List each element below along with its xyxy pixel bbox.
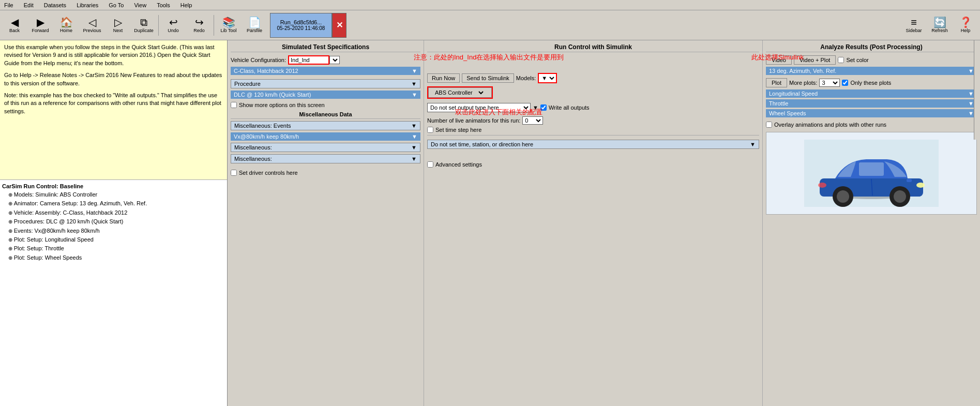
tree-item-5[interactable]: Plot: Setup: Longitudinal Speed xyxy=(2,235,225,244)
vehicle-config-label: Vehicle Configuration: xyxy=(231,57,288,63)
live-anim-select[interactable]: 0 xyxy=(522,116,543,125)
home-button[interactable]: 🏠 Home xyxy=(54,12,79,38)
procedure-arrow: ▼ xyxy=(411,81,417,87)
forward-icon: ▶ xyxy=(37,17,44,27)
next-button[interactable]: ▷ Next xyxy=(105,12,130,38)
note-text-1: Use this example when you follow the ste… xyxy=(4,43,223,67)
back-button[interactable]: ◀ Back xyxy=(2,12,27,38)
vehicle-config-select[interactable]: ▼ xyxy=(329,56,340,64)
vehicle-config-input[interactable] xyxy=(288,55,329,65)
only-these-checkbox[interactable] xyxy=(842,80,848,86)
previous-button[interactable]: ◁ Previous xyxy=(80,12,104,38)
tree-item-6[interactable]: Plot: Setup: Throttle xyxy=(2,244,225,253)
set-time-checkbox[interactable] xyxy=(427,127,433,133)
misc-bar-2[interactable]: Miscellaneous: ▼ xyxy=(231,154,420,163)
refresh-button[interactable]: 🔄 Refresh xyxy=(927,12,952,38)
lib-tool-button[interactable]: 📚 Lib Tool xyxy=(216,12,241,38)
plot-button[interactable]: Plot xyxy=(766,78,787,87)
sidebar-button[interactable]: ≡ Sidebar xyxy=(901,12,926,38)
note-box: Use this example when you follow the ste… xyxy=(0,40,227,180)
tree-item-4[interactable]: Events: Vx@80km/h keep 80km/h xyxy=(2,227,225,235)
back-icon: ◀ xyxy=(11,17,19,27)
lib-tool-label: Lib Tool xyxy=(221,28,237,34)
menu-file[interactable]: File xyxy=(2,2,16,9)
misc-bar-1[interactable]: Miscellaneous: ▼ xyxy=(231,143,420,152)
misc-arrow-1: ▼ xyxy=(411,144,417,151)
svg-rect-3 xyxy=(859,162,884,176)
models-select[interactable]: ▼ xyxy=(538,73,557,83)
undo-label: Undo xyxy=(168,28,179,34)
longitudinal-speed-label: Longitudinal Speed xyxy=(769,91,818,97)
undo-icon: ↩ xyxy=(169,17,178,27)
show-more-checkbox[interactable] xyxy=(231,102,237,108)
procedure-label: Procedure xyxy=(234,81,261,87)
close-tab-button[interactable]: ✕ xyxy=(332,13,346,38)
set-driver-checkbox[interactable] xyxy=(231,170,237,176)
run-now-button[interactable]: Run Now xyxy=(427,73,460,83)
set-color-checkbox[interactable] xyxy=(838,57,844,63)
next-label: Next xyxy=(113,28,123,34)
menu-tools[interactable]: Tools xyxy=(155,2,172,9)
menu-datasets[interactable]: Datasets xyxy=(42,2,68,9)
misc-events-value-bar[interactable]: Vx@80km/h keep 80km/h ▼ xyxy=(231,132,420,141)
forward-button[interactable]: ▶ Forward xyxy=(28,12,53,38)
run-control-title: Run Control with Simulink xyxy=(427,43,759,52)
menu-goto[interactable]: Go To xyxy=(107,2,126,9)
undo-button[interactable]: ↩ Undo xyxy=(161,12,186,38)
write-all-label: Write all outputs xyxy=(549,104,590,111)
misc-events-value-arrow: ▼ xyxy=(412,133,417,140)
misc-data-title: Miscellaneous Data xyxy=(231,111,420,119)
overlay-checkbox[interactable] xyxy=(766,122,772,128)
misc-events-bar[interactable]: Miscellaneous: Events ▼ xyxy=(231,121,420,130)
tree-item-0[interactable]: Models: Simulink: ABS Controller xyxy=(2,190,225,199)
only-these-label: Only these plots xyxy=(850,80,891,86)
more-plots-select[interactable]: 3 xyxy=(819,79,840,87)
menu-edit[interactable]: Edit xyxy=(22,2,36,9)
redo-button[interactable]: ↪ Redo xyxy=(187,12,212,38)
azimuth-label: 13 deg. Azimuth, Veh. Ref. xyxy=(769,68,836,74)
longitudinal-speed-arrow: ▼ xyxy=(968,91,974,97)
menu-bar: File Edit Datasets Libraries Go To View … xyxy=(0,0,980,10)
note-text-2: Go to Help -> Release Notes -> CarSim 20… xyxy=(4,71,223,87)
analyze-title: Analyze Results (Post Processing) xyxy=(766,43,977,52)
live-animators-row: Number of live animators for this run: 0 xyxy=(427,116,759,125)
throttle-bar[interactable]: Throttle ▼ xyxy=(766,99,977,108)
duplicate-button[interactable]: ⧉ Duplicate xyxy=(131,12,156,38)
tree-item-7[interactable]: Plot: Setup: Wheel Speeds xyxy=(2,253,225,262)
menu-help[interactable]: Help xyxy=(178,2,194,9)
duplicate-label: Duplicate xyxy=(134,28,154,34)
procedure-value: DLC @ 120 km/h (Quick Start) xyxy=(234,92,311,98)
live-anim-label: Number of live animators for this run: xyxy=(427,117,520,124)
tree-panel: CarSim Run Control: Baseline Models: Sim… xyxy=(0,180,227,406)
advanced-checkbox[interactable] xyxy=(427,161,433,168)
set-time-label: Set time step here xyxy=(435,127,481,133)
misc-label-1: Miscellaneous: xyxy=(234,144,272,151)
menu-view[interactable]: View xyxy=(132,2,148,9)
help-button[interactable]: ❓ Help xyxy=(953,12,978,38)
longitudinal-speed-bar[interactable]: Longitudinal Speed ▼ xyxy=(766,89,977,98)
svg-point-8 xyxy=(916,183,925,188)
left-panel: Use this example when you follow the ste… xyxy=(0,40,228,406)
tree-item-3[interactable]: Procedures: DLC @ 120 km/h (Quick Start) xyxy=(2,217,225,226)
abs-controller-select[interactable]: ▼ xyxy=(475,89,485,96)
parsfile-icon: 📄 xyxy=(248,17,261,27)
wheel-speeds-bar[interactable]: Wheel Speeds ▼ xyxy=(766,109,977,117)
run-control-section: Run Control with Simulink 注意：此处的Ind_Ind在… xyxy=(424,40,763,406)
send-simulink-button[interactable]: Send to Simulink xyxy=(462,73,514,83)
tree-item-2[interactable]: Vehicle: Assembly: C-Class, Hatchback 20… xyxy=(2,208,225,217)
do-not-set-time-bar[interactable]: Do not set time, station, or direction h… xyxy=(427,140,759,149)
parsfile-button[interactable]: 📄 Parsfile xyxy=(242,12,267,38)
set-time-row: Set time step here xyxy=(427,127,759,133)
vehicle-dropdown-bar[interactable]: C-Class, Hatchback 2012 ▼ xyxy=(231,67,420,75)
vehicle-dropdown-label: C-Class, Hatchback 2012 xyxy=(234,68,298,74)
procedure-dropdown-bar[interactable]: Procedure ▼ xyxy=(231,79,420,88)
do-not-set-label: Do not set time, station, or direction h… xyxy=(431,141,533,147)
procedure-value-bar[interactable]: DLC @ 120 km/h (Quick Start) ▼ xyxy=(231,91,420,99)
menu-libraries[interactable]: Libraries xyxy=(74,2,100,9)
tree-item-1[interactable]: Animator: Camera Setup: 13 deg. Azimuth,… xyxy=(2,199,225,208)
sidebar-icon: ≡ xyxy=(911,17,917,27)
abs-controller-label: ABS Controller xyxy=(435,89,473,96)
note-text-3: Note: this example has the box checked t… xyxy=(4,92,223,115)
next-icon: ▷ xyxy=(114,17,122,27)
azimuth-bar[interactable]: 13 deg. Azimuth, Veh. Ref. ▼ xyxy=(766,67,977,75)
